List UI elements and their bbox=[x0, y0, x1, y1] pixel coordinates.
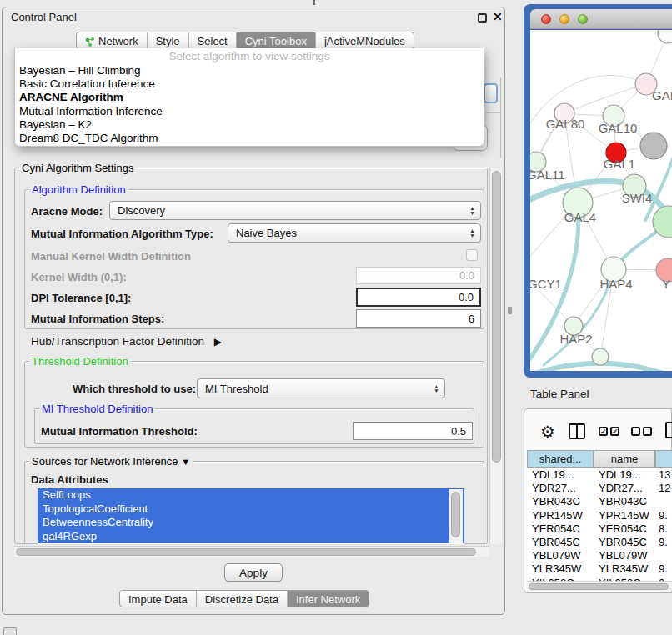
settings-vscrollbar-thumb[interactable] bbox=[492, 171, 501, 462]
table-row[interactable]: YBR045CYBR045C9. bbox=[527, 536, 672, 549]
mi-steps-field[interactable]: 6 bbox=[356, 309, 481, 328]
network-graph: GALGAL80GAL10GAL1GAL11SWI4GAL4GCY1HAP4YH… bbox=[530, 30, 672, 371]
minimize-traffic-light-icon[interactable] bbox=[559, 14, 569, 24]
table-row[interactable]: YDL19...YDL19...13 bbox=[527, 468, 672, 482]
sources-group-title[interactable]: Sources for Network Inference ▼ bbox=[29, 455, 193, 468]
column-header-cut[interactable] bbox=[655, 450, 672, 468]
node-label: GCY1 bbox=[530, 277, 562, 291]
splitpane-grip[interactable] bbox=[508, 307, 512, 314]
tab-cyni-toolbox[interactable]: Cyni Toolbox bbox=[236, 32, 315, 48]
groupbox-edge bbox=[500, 78, 501, 158]
node-label: HAP2 bbox=[559, 332, 592, 346]
aracne-mode-combo[interactable]: Discovery ▲▼ bbox=[109, 201, 481, 220]
settings-hscrollbar-thumb[interactable] bbox=[16, 548, 476, 556]
mi-threshold-field[interactable]: 0.5 bbox=[353, 422, 473, 440]
column-header-shared-name[interactable]: shared... bbox=[527, 450, 594, 468]
attribute-list-item[interactable]: gal4RGexp bbox=[38, 530, 464, 544]
tab-network[interactable]: Network bbox=[77, 32, 147, 48]
table-cell: YDR27... bbox=[532, 482, 576, 494]
apply-button-label: Apply bbox=[239, 567, 268, 579]
select-all-checkboxes-icon[interactable]: ✓✓ bbox=[599, 427, 619, 436]
table-row[interactable]: YBR043CYBR043C bbox=[527, 495, 672, 508]
network-canvas[interactable]: GALGAL80GAL10GAL1GAL11SWI4GAL4GCY1HAP4YH… bbox=[530, 30, 672, 371]
dropdown-item[interactable]: Basic Correlation Inference bbox=[15, 78, 484, 91]
close-traffic-light-icon[interactable] bbox=[541, 14, 551, 24]
mi-type-label: Mutual Information Algorithm Type: bbox=[31, 228, 213, 240]
dpi-tolerance-field[interactable]: 0.0 bbox=[356, 288, 481, 307]
dpi-tolerance-label: DPI Tolerance [0,1]: bbox=[31, 292, 131, 304]
dropdown-item[interactable]: Bayesian – Hill Climbing bbox=[15, 64, 484, 78]
close-icon[interactable]: ✕ bbox=[493, 10, 503, 23]
network-icon bbox=[85, 37, 95, 47]
table-cell: YBR045C bbox=[532, 536, 580, 548]
dropdown-item[interactable]: Bayesian – K2 bbox=[15, 118, 484, 132]
stepper-icon: ▲▼ bbox=[467, 228, 480, 238]
table-row[interactable]: YDR27...YDR27...12 bbox=[527, 482, 672, 495]
split-columns-icon[interactable] bbox=[569, 423, 585, 439]
kernel-width-field[interactable]: 0.0 bbox=[356, 267, 481, 284]
column-header-name[interactable]: name bbox=[594, 450, 655, 468]
tab-jactivemnodules[interactable]: jActiveMNodules bbox=[315, 32, 414, 48]
stepper-icon: ▲▼ bbox=[467, 206, 480, 215]
collapsed-panel-icon[interactable] bbox=[3, 628, 17, 635]
document-icon[interactable] bbox=[665, 422, 672, 438]
inference-algorithm-combo-stepper[interactable] bbox=[484, 83, 498, 103]
attribute-list-item[interactable]: TopologicalCoefficient bbox=[38, 502, 464, 517]
restore-icon[interactable] bbox=[478, 13, 487, 22]
dpi-tolerance-value: 0.0 bbox=[459, 291, 474, 303]
network-node[interactable] bbox=[640, 132, 667, 159]
network-node[interactable] bbox=[658, 30, 672, 43]
mi-threshold-label: Mutual Information Threshold: bbox=[41, 425, 198, 438]
list-scrollbar-track[interactable] bbox=[449, 489, 463, 543]
table-row[interactable]: YPR145WYPR145W9. bbox=[527, 509, 672, 522]
attribute-list-item[interactable]: SelfLoops bbox=[38, 488, 464, 502]
threshold-definition-title: Threshold Definition bbox=[29, 355, 131, 368]
bottom-tab-infer-network[interactable]: Infer Network bbox=[287, 591, 369, 607]
apply-button[interactable]: Apply bbox=[224, 563, 283, 582]
aracne-mode-value: Discovery bbox=[118, 204, 165, 217]
node-label: GAL10 bbox=[599, 121, 638, 135]
groupbox-edge bbox=[486, 112, 501, 113]
dropdown-prompt: Select algorithm to view settings bbox=[15, 50, 484, 64]
table-hscrollbar-thumb[interactable] bbox=[529, 583, 669, 590]
mi-type-combo[interactable]: Naive Bayes ▲▼ bbox=[228, 223, 481, 242]
bottom-tab-impute-data[interactable]: Impute Data bbox=[120, 591, 196, 607]
attribute-list-item[interactable]: BetweennessCentrality bbox=[38, 516, 464, 530]
expander-arrow-icon: ▶ bbox=[214, 336, 222, 348]
manual-kernel-checkbox[interactable] bbox=[466, 249, 478, 261]
tab-select[interactable]: Select bbox=[188, 32, 236, 48]
tab-label: Cyni Toolbox bbox=[245, 35, 307, 48]
table-row[interactable]: YBL079WYBL079W bbox=[527, 549, 672, 562]
network-window-titlebar[interactable] bbox=[530, 9, 672, 29]
settings-gear-icon[interactable]: ⚙ bbox=[540, 422, 555, 442]
dropdown-item[interactable]: ARACNE Algorithm bbox=[15, 91, 484, 104]
kernel-width-label: Kernel Width (0,1): bbox=[31, 271, 127, 283]
aracne-mode-label: Aracne Mode: bbox=[31, 205, 103, 218]
network-node[interactable] bbox=[592, 348, 609, 365]
list-scrollbar-thumb[interactable] bbox=[451, 492, 460, 538]
tab-label: Impute Data bbox=[128, 593, 188, 606]
data-attributes-list[interactable]: SelfLoopsTopologicalCoefficientBetweenne… bbox=[38, 488, 464, 544]
node-label: GAL11 bbox=[530, 168, 565, 182]
bottom-tab-discretize-data[interactable]: Discretize Data bbox=[196, 591, 287, 607]
table-row[interactable]: YER054CYER054C8. bbox=[527, 522, 672, 536]
which-threshold-combo[interactable]: MI Threshold ▲▼ bbox=[197, 378, 445, 398]
table-cell: 9. bbox=[659, 509, 668, 522]
zoom-traffic-light-icon[interactable] bbox=[578, 14, 588, 24]
table-cell: YLR345W bbox=[599, 562, 648, 575]
deselect-checkboxes-icon[interactable] bbox=[631, 427, 652, 436]
mi-type-value: Naive Bayes bbox=[236, 227, 297, 239]
table-cell: 8. bbox=[659, 522, 668, 535]
node-label: GAL4 bbox=[564, 210, 596, 224]
tab-label: Select bbox=[198, 35, 228, 48]
tab-style[interactable]: Style bbox=[147, 32, 188, 48]
table-hscrollbar-track[interactable] bbox=[527, 581, 672, 591]
settings-hscrollbar-track[interactable] bbox=[14, 546, 489, 557]
settings-vscrollbar-track[interactable] bbox=[489, 168, 502, 544]
dropdown-item[interactable]: Dream8 DC_TDC Algorithm bbox=[15, 132, 484, 145]
mi-threshold-value: 0.5 bbox=[451, 425, 466, 438]
dropdown-item[interactable]: Mutual Information Inference bbox=[15, 105, 484, 118]
table-row[interactable]: YLR345WYLR345W9. bbox=[527, 562, 672, 576]
hub-definition-expander[interactable]: Hub/Transcription Factor Definition ▶ bbox=[31, 335, 222, 348]
mi-steps-value: 6 bbox=[469, 312, 474, 325]
